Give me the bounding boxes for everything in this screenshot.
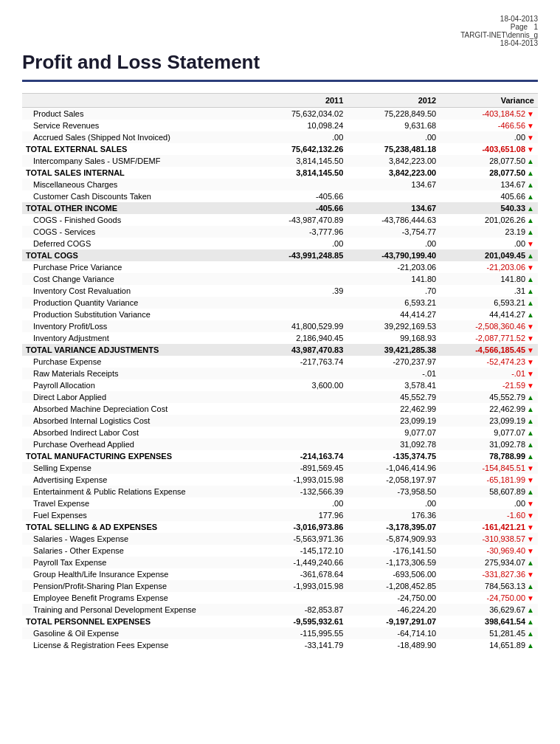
row-label: Advertising Expense <box>22 474 255 486</box>
up-arrow-icon: ▲ <box>527 275 534 283</box>
row-variance: 6,593.21 ▲ <box>440 297 538 309</box>
row-label: Direct Labor Applied <box>22 391 255 403</box>
row-2011: -217,763.74 <box>255 356 348 368</box>
row-variance: 44,414.27 ▲ <box>440 309 538 320</box>
down-arrow-icon: ▼ <box>527 110 534 118</box>
row-variance: -1.60 ▼ <box>440 509 538 521</box>
down-arrow-icon: ▼ <box>527 594 534 602</box>
row-label: Production Quantity Variance <box>22 297 255 309</box>
page-title: Profit and Loss Statement <box>22 51 538 74</box>
row-2011: -1,449,240.66 <box>255 557 348 568</box>
up-arrow-icon: ▲ <box>527 311 534 319</box>
row-2011: -361,678.64 <box>255 568 348 580</box>
down-arrow-icon: ▼ <box>527 500 534 508</box>
row-variance: -52,474.23 ▼ <box>440 356 538 368</box>
row-2012: 3,842,223.00 <box>347 167 440 179</box>
row-2012: 3,578.41 <box>347 379 440 391</box>
down-arrow-icon: ▼ <box>527 476 534 484</box>
down-arrow-icon: ▼ <box>527 512 534 520</box>
up-arrow-icon: ▲ <box>527 405 534 413</box>
row-variance: 36,629.67 ▲ <box>440 604 538 616</box>
down-arrow-icon: ▼ <box>527 145 534 154</box>
row-2011: -405.66 <box>255 190 348 202</box>
row-2012: .00 <box>347 131 440 143</box>
row-2012: 44,414.27 <box>347 309 440 320</box>
row-variance: 51,281.45 ▲ <box>440 627 538 639</box>
row-variance: -2,508,360.46 ▼ <box>440 320 538 332</box>
row-label: Inventory Adjustment <box>22 332 255 344</box>
row-label: Purchase Overhead Applied <box>22 438 255 450</box>
row-label: Payroll Allocation <box>22 379 255 391</box>
row-2012: 134.67 <box>347 179 440 190</box>
up-arrow-icon: ▲ <box>527 618 534 626</box>
header-right: 18-04-2013 Page 1 TARGIT-INET\dennis_g 1… <box>22 15 538 47</box>
row-2011: .00 <box>255 497 348 509</box>
row-2012: -5,874,909.93 <box>347 533 440 545</box>
row-2011: 43,987,470.83 <box>255 344 348 356</box>
row-2011: 2,186,940.45 <box>255 332 348 344</box>
row-variance: .31 ▲ <box>440 285 538 297</box>
row-label: TOTAL VARIANCE ADJUSTMENTS <box>22 344 255 356</box>
row-2011: .00 <box>255 131 348 143</box>
row-2012: 176.36 <box>347 509 440 521</box>
row-label: Salaries - Wages Expense <box>22 533 255 545</box>
row-label: TOTAL SALES INTERNAL <box>22 167 255 179</box>
row-variance: .00 ▼ <box>440 238 538 249</box>
row-2011: 3,814,145.50 <box>255 155 348 167</box>
row-2011: -1,993,015.98 <box>255 580 348 592</box>
row-2012: -73,958.50 <box>347 486 440 497</box>
row-variance: 45,552.79 ▲ <box>440 391 538 403</box>
up-arrow-icon: ▲ <box>527 393 534 402</box>
up-arrow-icon: ▲ <box>527 606 534 614</box>
row-variance: -403,651.08 ▼ <box>440 143 538 155</box>
up-arrow-icon: ▲ <box>527 452 534 461</box>
up-arrow-icon: ▲ <box>527 488 534 496</box>
row-label: TOTAL COGS <box>22 249 255 261</box>
row-variance: -161,421.21 ▼ <box>440 521 538 533</box>
row-variance: -21,203.06 ▼ <box>440 261 538 273</box>
row-variance: 23,099.19 ▲ <box>440 415 538 427</box>
up-arrow-icon: ▲ <box>527 441 534 449</box>
row-2012: 6,593.21 <box>347 297 440 309</box>
row-label: TOTAL OTHER INCOME <box>22 202 255 214</box>
row-2011 <box>255 179 348 190</box>
row-variance: -24,750.00 ▼ <box>440 592 538 604</box>
row-2012: .00 <box>347 497 440 509</box>
row-2012: -24,750.00 <box>347 592 440 604</box>
row-2011 <box>255 261 348 273</box>
row-2012: -2,058,197.97 <box>347 474 440 486</box>
up-arrow-icon: ▲ <box>527 157 534 165</box>
down-arrow-icon: ▼ <box>527 571 534 579</box>
row-2012: 23,099.19 <box>347 415 440 427</box>
row-2011: -405.66 <box>255 202 348 214</box>
row-2011 <box>255 427 348 438</box>
down-arrow-icon: ▼ <box>527 334 534 342</box>
down-arrow-icon: ▼ <box>527 547 534 555</box>
row-variance: 22,462.99 ▲ <box>440 403 538 415</box>
row-variance: -65,181.99 ▼ <box>440 474 538 486</box>
row-2012: 9,077.07 <box>347 427 440 438</box>
up-arrow-icon: ▲ <box>527 287 534 295</box>
row-2011: -33,141.79 <box>255 639 348 651</box>
row-2012: -3,754.77 <box>347 226 440 238</box>
row-label: Deferred COGS <box>22 238 255 249</box>
row-2011: 75,642,132.26 <box>255 143 348 155</box>
row-2012: 75,238,481.18 <box>347 143 440 155</box>
row-2012: -21,203.06 <box>347 261 440 273</box>
row-label: TOTAL EXTERNAL SALES <box>22 143 255 155</box>
row-label: Selling Expense <box>22 462 255 474</box>
row-2012: 39,421,285.38 <box>347 344 440 356</box>
row-2011: -3,016,973.86 <box>255 521 348 533</box>
col-label <box>22 94 255 108</box>
row-label: License & Registration Fees Expense <box>22 639 255 651</box>
row-2012: -135,374.75 <box>347 450 440 462</box>
row-2011 <box>255 309 348 320</box>
row-2011: 10,098.24 <box>255 120 348 131</box>
row-variance: -466.56 ▼ <box>440 120 538 131</box>
row-2011: -43,987,470.89 <box>255 214 348 226</box>
row-2011: -3,777.96 <box>255 226 348 238</box>
col-2012: 2012 <box>347 94 440 108</box>
row-2012: 45,552.79 <box>347 391 440 403</box>
row-variance: 78,788.99 ▲ <box>440 450 538 462</box>
row-2012: 39,292,169.53 <box>347 320 440 332</box>
